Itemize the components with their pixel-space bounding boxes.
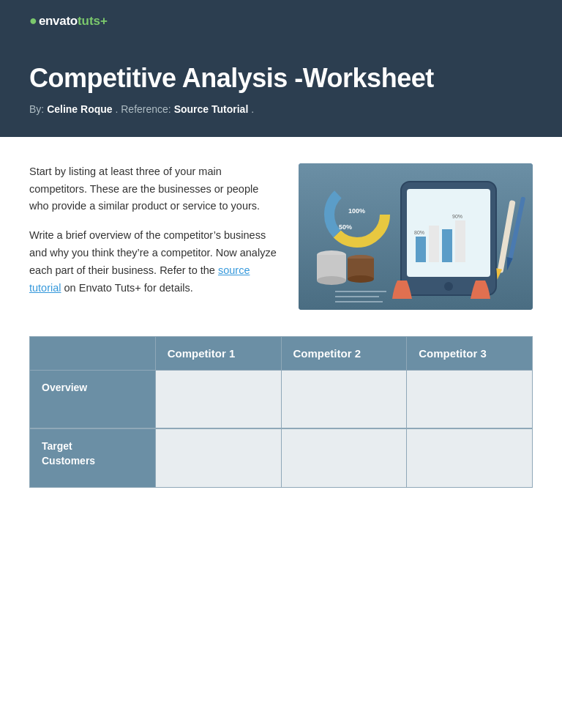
svg-rect-4 bbox=[429, 226, 439, 262]
svg-text:80%: 80% bbox=[414, 230, 424, 235]
subtitle-ref: . Reference: bbox=[115, 103, 171, 115]
target-label-line1: Target bbox=[42, 440, 72, 452]
analysis-table: Competitor 1 Competitor 2 Competitor 3 O… bbox=[29, 336, 533, 488]
table-row: Target Customers bbox=[30, 428, 533, 487]
svg-point-16 bbox=[317, 276, 346, 285]
table-header-competitor3: Competitor 3 bbox=[407, 336, 533, 370]
cell-target-c1 bbox=[155, 428, 281, 487]
logo-leaf-icon: ● bbox=[29, 13, 37, 29]
intro-paragraph-2: Write a brief overview of the competitor… bbox=[29, 227, 277, 297]
svg-text:50%: 50% bbox=[339, 223, 352, 231]
reference-link[interactable]: Source Tutorial bbox=[174, 103, 249, 115]
subtitle-end: . bbox=[251, 103, 254, 115]
intro-illustration: 80% 90% 100% 50% bbox=[299, 163, 533, 310]
page-title: Competitive Analysis -Worksheet bbox=[29, 64, 533, 93]
logo-tuts-text: tuts+ bbox=[78, 14, 108, 29]
row-label-overview: Overview bbox=[30, 370, 156, 428]
table-header-competitor2: Competitor 2 bbox=[281, 336, 407, 370]
table-header-empty bbox=[30, 336, 156, 370]
author-name: Celine Roque bbox=[47, 103, 112, 115]
target-label-line2: Customers bbox=[42, 455, 95, 467]
cell-target-c2 bbox=[281, 428, 407, 487]
table-header-competitor1: Competitor 1 bbox=[155, 336, 281, 370]
cell-overview-c1 bbox=[155, 370, 281, 428]
title-section: Competitive Analysis -Worksheet By: Celi… bbox=[0, 43, 562, 137]
cell-overview-c3 bbox=[407, 370, 533, 428]
svg-text:100%: 100% bbox=[348, 207, 365, 215]
header: ● envato tuts+ bbox=[0, 0, 562, 43]
svg-point-19 bbox=[348, 275, 374, 283]
intro-section: Start by listing at least three of your … bbox=[29, 163, 533, 310]
row-label-target-customers: Target Customers bbox=[30, 428, 156, 487]
svg-rect-3 bbox=[416, 237, 426, 262]
subtitle-by: By: bbox=[29, 103, 44, 115]
svg-point-9 bbox=[444, 282, 453, 291]
svg-rect-6 bbox=[455, 220, 465, 262]
cell-target-c3 bbox=[407, 428, 533, 487]
intro-text: Start by listing at least three of your … bbox=[29, 163, 277, 297]
analytics-illustration: 80% 90% 100% 50% bbox=[299, 163, 533, 310]
intro-p2-end: on Envato Tuts+ for details. bbox=[61, 282, 193, 294]
cell-overview-c2 bbox=[281, 370, 407, 428]
table-header-row: Competitor 1 Competitor 2 Competitor 3 bbox=[30, 336, 533, 370]
logo: ● envato tuts+ bbox=[29, 13, 533, 29]
content-area: Start by listing at least three of your … bbox=[0, 137, 562, 517]
logo-envato-text: envato bbox=[39, 14, 78, 29]
svg-rect-5 bbox=[442, 229, 452, 262]
intro-paragraph-1: Start by listing at least three of your … bbox=[29, 163, 277, 216]
table-row: Overview bbox=[30, 370, 533, 428]
svg-text:90%: 90% bbox=[452, 214, 462, 219]
subtitle: By: Celine Roque . Reference: Source Tut… bbox=[29, 103, 533, 115]
